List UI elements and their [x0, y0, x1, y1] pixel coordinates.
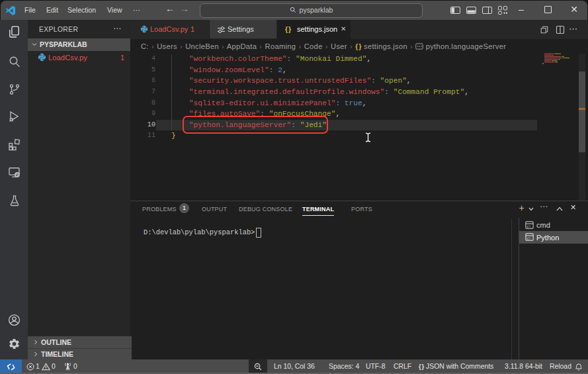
svg-text:c:\: c:\: [527, 237, 531, 240]
svg-text:c:\: c:\: [527, 225, 531, 228]
